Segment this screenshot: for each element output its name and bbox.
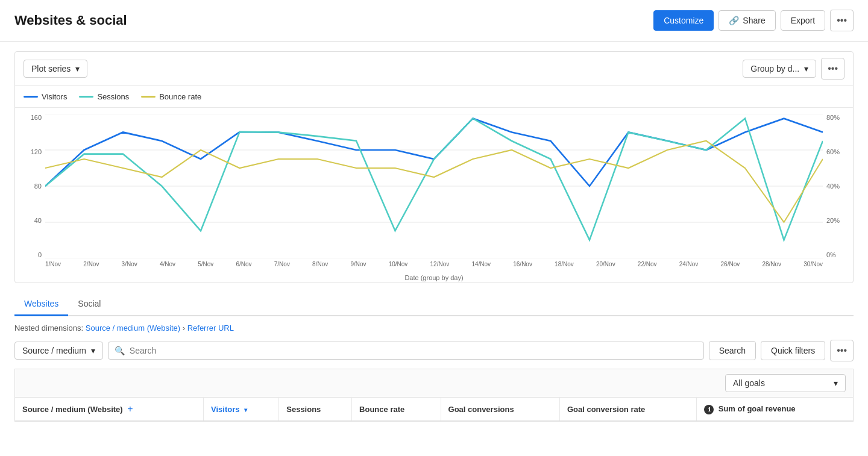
chart-plot [45,114,823,258]
page-header: Websites & social Customize 🔗 Share Expo… [0,0,868,42]
y-axis-left: 160 120 80 40 0 [15,114,45,258]
col-sessions[interactable]: Sessions [279,398,352,422]
nested-dimensions: Nested dimensions: Source / medium (Webs… [14,323,854,333]
share-button[interactable]: 🔗 Share [719,10,775,31]
dropdown-icon: ▾ [75,64,80,73]
data-table: Source / medium (Website) + Visitors ▾ S… [14,397,854,422]
dimension-select[interactable]: Source / medium ▾ [14,342,103,360]
tab-social[interactable]: Social [68,293,110,316]
chart-toolbar-right: Group by d... ▾ ••• [743,58,844,80]
legend-sessions: Sessions [79,92,129,101]
legend-visitors-line [24,96,38,98]
col-goal-conversion-rate[interactable]: Goal conversion rate [559,398,696,422]
goals-bar: All goals ▾ [14,369,854,397]
table-section: Websites Social Nested dimensions: Sourc… [0,293,868,422]
legend-sessions-line [79,96,93,98]
search-input[interactable] [130,346,697,355]
chart-legend: Visitors Sessions Bounce rate [15,86,853,108]
dropdown-chevron-icon: ▾ [91,346,95,355]
legend-sessions-label: Sessions [97,92,129,101]
chart-svg [45,114,823,258]
table-header-row: Source / medium (Website) + Visitors ▾ S… [15,398,854,422]
more-options-button[interactable]: ••• [830,10,854,31]
tab-websites[interactable]: Websites [14,293,68,316]
chart-inner: 160 120 80 40 0 80% 60% 40% 20% 0% [15,114,853,283]
quick-filters-button[interactable]: Quick filters [761,341,825,360]
col-bounce-rate[interactable]: Bounce rate [352,398,441,422]
page-title: Websites & social [14,13,127,28]
search-icon: 🔍 [115,346,125,355]
goals-chevron-icon: ▾ [834,378,838,388]
legend-bounce-rate-label: Bounce rate [159,92,201,101]
chart-toolbar: Plot series ▾ Group by d... ▾ ••• [15,52,853,86]
export-button[interactable]: Export [781,10,825,31]
x-axis-title: Date (group by day) [45,274,823,283]
group-by-select[interactable]: Group by d... ▾ [743,60,816,78]
legend-bounce-rate-line [141,96,156,98]
share-icon: 🔗 [729,16,739,25]
chart-section: Plot series ▾ Group by d... ▾ ••• Visito… [14,51,854,283]
table-more-options-button[interactable]: ••• [830,340,854,361]
col-source-medium: Source / medium (Website) + [15,398,204,422]
legend-bounce-rate: Bounce rate [141,92,201,101]
y-axis-right: 80% 60% 40% 20% 0% [823,114,853,258]
header-actions: Customize 🔗 Share Export ••• [653,10,854,31]
goal-revenue-icon: ℹ [704,405,714,414]
chart-area: 160 120 80 40 0 80% 60% 40% 20% 0% [15,108,853,283]
goals-select[interactable]: All goals ▾ [725,374,846,392]
plot-series-select[interactable]: Plot series ▾ [24,60,87,78]
filter-bar: Source / medium ▾ 🔍 Search Quick filters… [14,340,854,361]
col-visitors[interactable]: Visitors ▾ [204,398,279,422]
search-button[interactable]: Search [709,341,756,360]
customize-button[interactable]: Customize [653,10,714,31]
add-column-button[interactable]: + [125,404,135,414]
sort-desc-icon: ▾ [244,407,247,413]
legend-visitors: Visitors [24,92,67,101]
search-box: 🔍 [108,342,704,360]
dim2-link[interactable]: Referrer URL [187,323,234,333]
dropdown-icon: ▾ [804,64,808,73]
chart-more-options[interactable]: ••• [821,58,844,80]
tabs-bar: Websites Social [14,293,854,316]
col-sum-goal-revenue[interactable]: ℹ Sum of goal revenue [697,398,854,422]
dim1-link[interactable]: Source / medium (Website) [86,323,183,333]
col-goal-conversions[interactable]: Goal conversions [441,398,559,422]
legend-visitors-label: Visitors [42,92,67,101]
